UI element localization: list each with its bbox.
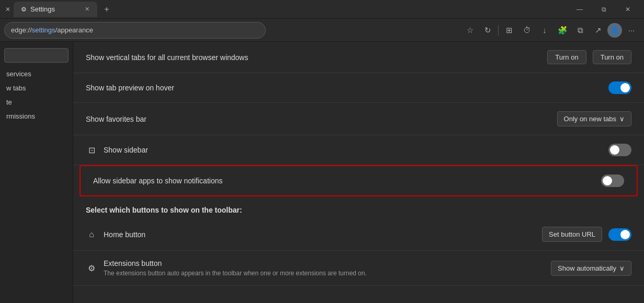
extensions-button-dropdown-label: Show automatically (558, 264, 616, 272)
favorites-bar-dropdown[interactable]: Only on new tabs ∨ (557, 111, 631, 126)
window-controls: — ⧉ ✕ (568, 0, 640, 19)
tab-area: ⚙ Settings ✕ + (14, 2, 566, 17)
settings-tab-icon: ⚙ (20, 6, 27, 13)
extensions-button-dropdown[interactable]: Show automatically ∨ (551, 261, 631, 276)
extensions-button-label: Extensions button (104, 259, 545, 267)
favorites-bar-dropdown-label: Only on new tabs (564, 115, 616, 123)
sidebar-item-permissions[interactable]: rmissions (0, 109, 73, 123)
vertical-tabs-turnon-btn-2[interactable]: Turn on (593, 50, 631, 64)
sidebar-label: Show sidebar (104, 146, 602, 154)
url-suffix: /appearance (55, 26, 93, 34)
sidebar-notifications-toggle[interactable] (601, 174, 624, 187)
address-input[interactable]: edge://settings/appearance (4, 22, 266, 39)
collections-icon[interactable]: ⊞ (501, 22, 517, 39)
sidebar-item-te[interactable]: te (0, 95, 73, 109)
tab-preview-section: Show tab preview on hover (73, 73, 644, 103)
window-tab-close-x[interactable]: ✕ (4, 6, 12, 13)
extensions-icon[interactable]: 🧩 (554, 22, 571, 39)
addressbar: edge://settings/appearance ☆ ↻ ⊞ ⏱ ↓ 🧩 ⧉… (0, 19, 644, 42)
favorites-bar-section: Show favorites bar Only on new tabs ∨ (73, 103, 644, 135)
sidebar-item-services[interactable]: services (0, 67, 73, 81)
tab-preview-toggle-knob (620, 83, 630, 92)
sidebar-search[interactable] (4, 48, 69, 63)
set-button-url-btn[interactable]: Set button URL (542, 227, 602, 242)
extensions-button-text-group: Extensions button The extensions button … (104, 259, 545, 277)
sidebar-notifications-label: Allow sidebar apps to show notifications (93, 177, 595, 185)
minimize-button[interactable]: — (568, 0, 592, 19)
history-icon[interactable]: ⏱ (518, 22, 535, 39)
vertical-tabs-section: Show vertical tabs for all current brows… (73, 42, 644, 73)
divider (498, 25, 499, 36)
new-tab-button[interactable]: + (99, 2, 114, 17)
tabs-icon[interactable]: ⧉ (572, 22, 589, 39)
sidebar-notifications-highlight-box: Allow sidebar apps to show notifications (80, 165, 638, 196)
favorites-bar-dropdown-arrow: ∨ (619, 115, 625, 123)
extensions-button-dropdown-arrow: ∨ (619, 264, 625, 272)
avatar[interactable]: 👤 (607, 23, 622, 38)
sidebar-toggle-knob (610, 145, 619, 155)
extensions-button-icon: ⚙ (86, 262, 97, 274)
home-button-toggle-knob (620, 230, 630, 239)
sidebar-notifications-section: Allow sidebar apps to show notifications (81, 166, 637, 195)
extensions-button-section: ⚙ Extensions button The extensions butto… (73, 251, 644, 286)
sidebar-icon: ⊡ (86, 144, 97, 156)
vertical-tabs-label: Show vertical tabs for all current brows… (86, 53, 541, 62)
home-button-icon: ⌂ (86, 229, 97, 240)
settings-content: Show vertical tabs for all current brows… (73, 42, 644, 303)
favorites-icon[interactable]: ☆ (461, 22, 478, 39)
sidebar: services w tabs te rmissions (0, 42, 73, 303)
settings-tab[interactable]: ⚙ Settings ✕ (14, 2, 97, 17)
close-button[interactable]: ✕ (616, 0, 640, 19)
sidebar-toggle[interactable] (608, 144, 631, 156)
home-button-section: ⌂ Home button Set button URL (73, 218, 644, 251)
settings-tab-label: Settings (30, 5, 80, 13)
downloads-icon[interactable]: ↓ (536, 22, 553, 39)
toolbar-icons: ☆ ↻ ⊞ ⏱ ↓ 🧩 ⧉ ↗ 👤 ··· (461, 22, 640, 39)
share-icon[interactable]: ↗ (590, 22, 606, 39)
home-button-label: Home button (104, 230, 536, 239)
restore-button[interactable]: ⧉ (592, 0, 616, 19)
tab-preview-label: Show tab preview on hover (86, 84, 602, 92)
sidebar-notifications-toggle-knob (603, 176, 612, 185)
sidebar-section: ⊡ Show sidebar (73, 135, 644, 165)
vertical-tabs-turnon-btn-1[interactable]: Turn on (547, 50, 586, 64)
titlebar: ✕ ⚙ Settings ✕ + — ⧉ ✕ (0, 0, 644, 19)
sidebar-item-newtabs[interactable]: w tabs (0, 81, 73, 95)
toolbar-header: Select which buttons to show on the tool… (73, 199, 644, 218)
extensions-button-sublabel: The extensions button auto appears in th… (104, 270, 545, 277)
more-icon[interactable]: ··· (623, 22, 640, 39)
tab-preview-toggle[interactable] (608, 81, 631, 94)
settings-tab-close[interactable]: ✕ (83, 5, 91, 14)
home-button-toggle[interactable] (608, 228, 631, 241)
main-layout: services w tabs te rmissions Show vertic… (0, 42, 644, 303)
favorites-bar-label: Show favorites bar (86, 115, 551, 123)
url-prefix: edge:// (11, 26, 32, 34)
url-main: settings (32, 26, 55, 34)
refresh-icon[interactable]: ↻ (479, 22, 496, 39)
